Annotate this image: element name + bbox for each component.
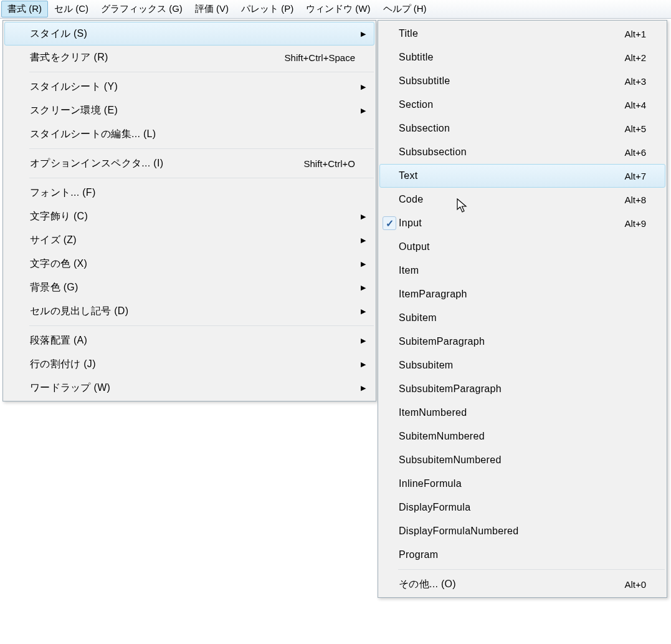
menu-item[interactable]: CodeAlt+8 [379, 188, 665, 211]
menu-item[interactable]: SectionAlt+4 [379, 93, 665, 117]
menu-item[interactable]: スタイル (S)▶ [4, 22, 374, 46]
menu-item[interactable]: Subsubitem [379, 353, 665, 377]
menu-item[interactable]: セルの見出し記号 (D)▶ [4, 299, 374, 323]
menu-item-label: フォント... (F) [30, 186, 320, 199]
menu-item[interactable]: ItemParagraph [379, 282, 665, 306]
menu-item[interactable]: ✓InputAlt+9 [379, 211, 665, 235]
menu-item[interactable]: SubsectionAlt+5 [379, 117, 665, 140]
menu-item-label: その他... (O) [399, 578, 611, 591]
menu-item[interactable]: Program [379, 543, 665, 567]
menu-item-label: 行の割付け (J) [30, 358, 320, 371]
submenu-arrow-icon: ▶ [358, 284, 369, 292]
menu-separator [29, 72, 374, 72]
menu-item-label: 背景色 (G) [30, 281, 320, 294]
menu-item[interactable]: 文字の色 (X)▶ [4, 252, 374, 276]
menu-item[interactable]: 行の割付け (J)▶ [4, 352, 374, 376]
menu-item-shortcut: Shift+Ctrl+O [303, 158, 358, 169]
menu-item-label: 段落配置 (A) [30, 334, 320, 347]
menu-item[interactable]: SubsubitemNumbered [379, 448, 665, 472]
menu-item-shortcut: Alt+9 [611, 218, 649, 229]
menu-item-label: Item [399, 265, 611, 276]
menu-item[interactable]: SubsubsectionAlt+6 [379, 140, 665, 164]
menu-item[interactable]: SubtitleAlt+2 [379, 46, 665, 69]
menu-item-label: DisplayFormula [399, 502, 611, 513]
menu-item-shortcut: Alt+5 [611, 123, 649, 134]
menu-item[interactable]: SubsubitemParagraph [379, 377, 665, 401]
submenu-arrow-icon: ▶ [358, 337, 369, 345]
format-menu-dropdown: スタイル (S)▶書式をクリア (R)Shift+Ctrl+Spaceスタイルシ… [2, 20, 376, 401]
submenu-arrow-icon: ▶ [358, 384, 369, 392]
menu-item[interactable]: InlineFormula [379, 472, 665, 496]
menu-item[interactable]: ItemNumbered [379, 401, 665, 425]
menu-item[interactable]: 書式をクリア (R)Shift+Ctrl+Space [4, 46, 374, 69]
menu-item-shortcut: Alt+8 [611, 195, 649, 205]
menu-item-label: Subitem [399, 312, 611, 324]
menu-item[interactable]: 段落配置 (A)▶ [4, 329, 374, 352]
submenu-arrow-icon: ▶ [358, 260, 369, 268]
menubar-item-0[interactable]: 書式 (R) [1, 1, 48, 17]
menu-item-shortcut: Alt+0 [611, 579, 649, 590]
menu-item[interactable]: DisplayFormula [379, 496, 665, 519]
menu-item-label: Subtitle [399, 52, 611, 63]
menu-item-label: Title [399, 28, 611, 39]
menubar-item-4[interactable]: パレット (P) [235, 1, 300, 17]
menu-item[interactable]: ワードラップ (W)▶ [4, 376, 374, 400]
submenu-arrow-icon: ▶ [358, 360, 369, 368]
menu-item[interactable]: スタイルシート (Y)▶ [4, 75, 374, 99]
menu-item-label: Subsection [399, 123, 611, 134]
menu-item[interactable]: 文字飾り (C)▶ [4, 204, 374, 228]
menu-item[interactable]: スクリーン環境 (E)▶ [4, 99, 374, 122]
menu-item-label: Section [399, 99, 611, 110]
menu-item[interactable]: TitleAlt+1 [379, 22, 665, 46]
menubar-item-6[interactable]: ヘルプ (H) [377, 1, 433, 17]
menu-item[interactable]: その他... (O)Alt+0 [379, 572, 665, 596]
menu-item[interactable]: サイズ (Z)▶ [4, 228, 374, 252]
menu-item-label: Input [399, 218, 611, 229]
menu-item[interactable]: フォント... (F) [4, 181, 374, 204]
menu-item-shortcut: Alt+2 [611, 52, 649, 63]
menu-item-label: Code [399, 194, 611, 205]
menubar-item-5[interactable]: ウィンドウ (W) [300, 1, 376, 17]
menu-item-label: 文字飾り (C) [30, 210, 320, 223]
menu-item-shortcut: Alt+6 [611, 147, 649, 158]
submenu-arrow-icon: ▶ [358, 236, 369, 244]
menu-item[interactable]: DisplayFormulaNumbered [379, 519, 665, 543]
menu-item-label: Subsubitem [399, 360, 611, 371]
menu-item-label: Program [399, 549, 611, 560]
menu-item[interactable]: SubsubtitleAlt+3 [379, 69, 665, 93]
menu-item-shortcut: Alt+3 [611, 76, 649, 87]
menu-item-label: スタイル (S) [30, 27, 320, 41]
menubar: 書式 (R)セル (C)グラフィックス (G)評価 (V)パレット (P)ウィン… [0, 0, 671, 19]
menu-item-shortcut: Alt+7 [611, 171, 649, 181]
menu-item-label: SubitemParagraph [399, 336, 611, 347]
menu-separator [29, 325, 374, 326]
menu-item-label: InlineFormula [399, 478, 611, 489]
menu-item-label: DisplayFormulaNumbered [399, 526, 611, 537]
menu-item[interactable]: Subitem [379, 306, 665, 330]
menu-item[interactable]: 背景色 (G)▶ [4, 276, 374, 299]
menu-item[interactable]: TextAlt+7 [379, 164, 665, 188]
submenu-arrow-icon: ▶ [358, 307, 369, 315]
menu-item-shortcut: Alt+4 [611, 100, 649, 110]
menu-item[interactable]: オプションインスペクタ... (I)Shift+Ctrl+O [4, 151, 374, 175]
menubar-item-2[interactable]: グラフィックス (G) [95, 1, 189, 17]
menu-item-label: Subsubtitle [399, 75, 611, 87]
menu-separator [398, 569, 665, 570]
menu-separator [29, 178, 374, 178]
menu-item-label: サイズ (Z) [30, 234, 320, 247]
menu-item-label: オプションインスペクタ... (I) [30, 157, 303, 170]
menu-item-label: Output [399, 241, 611, 252]
menu-item-label: SubsubitemParagraph [399, 383, 611, 395]
menu-item-label: SubsubitemNumbered [399, 454, 611, 466]
menu-item[interactable]: スタイルシートの編集... (L) [4, 122, 374, 146]
menu-item[interactable]: Item [379, 259, 665, 282]
menu-item-label: ItemNumbered [399, 407, 611, 418]
menu-item-label: スタイルシート (Y) [30, 80, 320, 94]
menu-item-label: 文字の色 (X) [30, 257, 320, 271]
menubar-item-3[interactable]: 評価 (V) [189, 1, 235, 17]
menubar-item-1[interactable]: セル (C) [48, 1, 95, 17]
menu-item[interactable]: SubitemParagraph [379, 330, 665, 353]
menu-item-label: ワードラップ (W) [30, 382, 320, 395]
menu-item[interactable]: Output [379, 235, 665, 259]
menu-item[interactable]: SubitemNumbered [379, 425, 665, 448]
